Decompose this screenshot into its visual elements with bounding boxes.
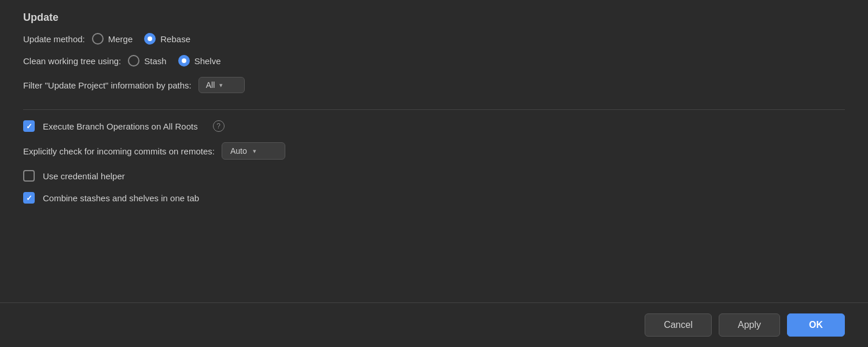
filter-paths-value: All	[206, 80, 215, 90]
main-content: Update Update method: Merge Rebase Clean…	[0, 0, 868, 302]
incoming-commits-label: Explicitly check for incoming commits on…	[23, 146, 215, 156]
section-title: Update	[23, 12, 845, 24]
radio-stash-circle[interactable]	[128, 55, 139, 67]
radio-rebase-circle[interactable]	[144, 33, 156, 45]
radio-rebase[interactable]: Rebase	[144, 33, 190, 45]
filter-paths-row: Filter "Update Project" information by p…	[23, 77, 845, 93]
radio-rebase-label: Rebase	[160, 34, 190, 44]
footer: Cancel Apply OK	[0, 302, 868, 347]
use-credential-helper-checkbox[interactable]	[23, 170, 35, 182]
update-method-row: Update method: Merge Rebase	[23, 33, 845, 45]
use-credential-helper-row: Use credential helper	[23, 170, 845, 182]
radio-shelve-circle[interactable]	[178, 55, 190, 67]
update-method-radio-group: Merge Rebase	[92, 33, 190, 45]
radio-shelve[interactable]: Shelve	[178, 55, 221, 67]
radio-merge[interactable]: Merge	[92, 33, 133, 45]
incoming-commits-row: Explicitly check for incoming commits on…	[23, 142, 845, 160]
filter-paths-dropdown[interactable]: All ▾	[198, 77, 245, 93]
radio-stash[interactable]: Stash	[128, 55, 166, 67]
filter-paths-arrow-icon: ▾	[219, 82, 223, 89]
clean-working-tree-row: Clean working tree using: Stash Shelve	[23, 55, 845, 67]
combine-stashes-label: Combine stashes and shelves in one tab	[43, 193, 199, 203]
radio-stash-label: Stash	[144, 56, 166, 66]
execute-branch-checkbox[interactable]	[23, 120, 35, 132]
clean-working-tree-radio-group: Stash Shelve	[128, 55, 220, 67]
clean-working-tree-label: Clean working tree using:	[23, 56, 121, 66]
incoming-commits-arrow-icon: ▾	[253, 147, 256, 155]
combine-stashes-checkbox[interactable]	[23, 192, 35, 204]
use-credential-helper-label: Use credential helper	[43, 171, 125, 181]
radio-merge-label: Merge	[108, 34, 133, 44]
cancel-button[interactable]: Cancel	[645, 313, 712, 337]
separator-1	[23, 109, 845, 110]
execute-branch-row: Execute Branch Operations on All Roots ?	[23, 120, 845, 132]
radio-merge-circle[interactable]	[92, 33, 104, 45]
combine-stashes-row: Combine stashes and shelves in one tab	[23, 192, 845, 204]
incoming-commits-dropdown[interactable]: Auto ▾	[222, 142, 285, 160]
ok-button[interactable]: OK	[787, 313, 845, 337]
update-method-label: Update method:	[23, 34, 85, 44]
incoming-commits-value: Auto	[230, 146, 247, 156]
apply-button[interactable]: Apply	[719, 313, 780, 337]
execute-branch-label: Execute Branch Operations on All Roots	[43, 121, 198, 131]
execute-branch-help-icon[interactable]: ?	[213, 120, 225, 132]
filter-paths-label: Filter "Update Project" information by p…	[23, 80, 192, 90]
radio-shelve-label: Shelve	[194, 56, 221, 66]
